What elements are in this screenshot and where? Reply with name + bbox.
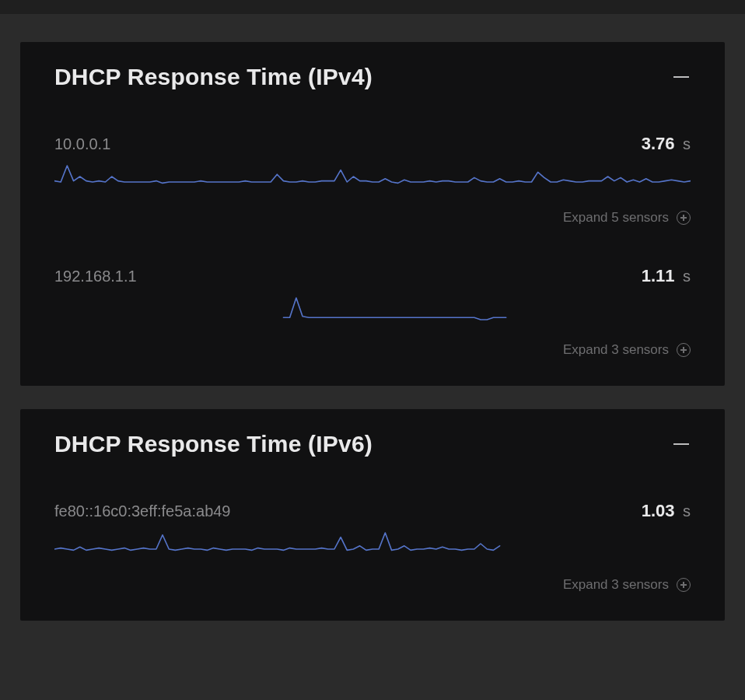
sensor-header: 10.0.0.1 3.76 s <box>54 134 691 154</box>
sensor-row: 192.168.1.1 1.11 s Expand 3 sensors <box>54 266 691 358</box>
card-ipv4: DHCP Response Time (IPv4) 10.0.0.1 3.76 … <box>20 42 725 386</box>
minus-icon <box>673 443 689 445</box>
sensor-label: fe80::16c0:3eff:fe5a:ab49 <box>54 502 231 520</box>
card-title: DHCP Response Time (IPv4) <box>54 64 372 90</box>
sensor-unit: s <box>683 502 691 520</box>
expand-sensors-button[interactable]: Expand 3 sensors <box>54 342 691 358</box>
plus-circle-icon <box>677 578 691 592</box>
expand-label: Expand 3 sensors <box>563 577 669 593</box>
card-header: DHCP Response Time (IPv4) <box>54 64 691 90</box>
content-area: DHCP Response Time (IPv4) 10.0.0.1 3.76 … <box>0 14 745 621</box>
sensor-value: 1.11 <box>642 266 675 285</box>
expand-sensors-button[interactable]: Expand 5 sensors <box>54 210 691 226</box>
sensor-header: fe80::16c0:3eff:fe5a:ab49 1.03 s <box>54 501 691 521</box>
sensor-readout: 3.76 s <box>642 134 691 154</box>
card-title: DHCP Response Time (IPv6) <box>54 431 372 457</box>
sensor-readout: 1.03 s <box>642 501 691 521</box>
sensor-value: 1.03 <box>642 501 675 520</box>
sensor-unit: s <box>683 135 691 152</box>
sensor-label: 10.0.0.1 <box>54 135 110 153</box>
plus-circle-icon <box>677 211 691 225</box>
plus-circle-icon <box>677 343 691 357</box>
sensor-header: 192.168.1.1 1.11 s <box>54 266 691 286</box>
sensor-unit: s <box>683 268 691 285</box>
card-ipv6: DHCP Response Time (IPv6) fe80::16c0:3ef… <box>20 409 725 621</box>
card-header: DHCP Response Time (IPv6) <box>54 431 691 457</box>
sensor-value: 3.76 <box>642 134 675 153</box>
sparkline <box>54 297 691 320</box>
expand-label: Expand 3 sensors <box>563 342 669 358</box>
sensor-label: 192.168.1.1 <box>54 268 137 285</box>
sensor-row: fe80::16c0:3eff:fe5a:ab49 1.03 s Expand … <box>54 501 691 593</box>
top-bar <box>0 0 745 14</box>
sparkline <box>54 165 691 188</box>
expand-label: Expand 5 sensors <box>563 210 669 226</box>
minus-icon <box>673 76 689 78</box>
collapse-button[interactable] <box>672 435 691 453</box>
sparkline <box>54 532 691 555</box>
expand-sensors-button[interactable]: Expand 3 sensors <box>54 577 691 593</box>
sensor-readout: 1.11 s <box>642 266 691 286</box>
collapse-button[interactable] <box>672 68 691 86</box>
sensor-row: 10.0.0.1 3.76 s Expand 5 sensors <box>54 134 691 226</box>
